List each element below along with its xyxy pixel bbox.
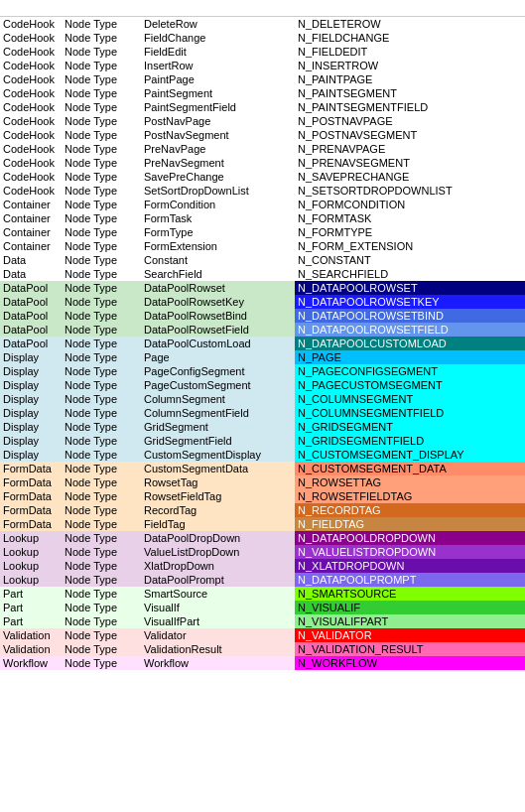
cell-constant-value: InsertRow	[141, 59, 295, 72]
cell-constant-value: VisualIf	[141, 601, 295, 614]
cell-node: N_SAVEPRECHANGE	[295, 170, 525, 184]
table-row: LookupNode TypeDataPoolPromptN_DATAPOOLP…	[0, 573, 525, 587]
table-row: FormDataNode TypeCustomSegmentDataN_CUST…	[0, 462, 525, 475]
cell-constant-type: Node Type	[62, 434, 141, 448]
table-row: ValidationNode TypeValidatorN_VALIDATOR	[0, 628, 525, 642]
cell-constant-type: Node Type	[62, 517, 141, 531]
cell-category: Lookup	[0, 545, 62, 559]
table-row: ContainerNode TypeFormExtensionN_FORM_EX…	[0, 239, 525, 253]
table-row: DisplayNode TypePageCustomSegmentN_PAGEC…	[0, 378, 525, 392]
table-row: ContainerNode TypeFormConditionN_FORMCON…	[0, 198, 525, 211]
cell-node: N_FIELDEDIT	[295, 45, 525, 59]
header-constant-value	[141, 0, 295, 17]
cell-category: DataPool	[0, 295, 62, 309]
cell-constant-type: Node Type	[62, 364, 141, 378]
table-row: PartNode TypeVisualIfPartN_VISUALIFPART	[0, 614, 525, 628]
cell-category: Container	[0, 239, 62, 253]
cell-constant-value: PaintSegmentField	[141, 100, 295, 114]
cell-category: CodeHook	[0, 59, 62, 72]
cell-constant-value: SavePreChange	[141, 170, 295, 184]
table-row: DisplayNode TypeGridSegmentFieldN_GRIDSE…	[0, 434, 525, 448]
cell-node: N_PRENAVPAGE	[295, 142, 525, 156]
table-row: CodeHookNode TypePreNavSegmentN_PRENAVSE…	[0, 156, 525, 170]
cell-node: N_DATAPOOLCUSTOMLOAD	[295, 337, 525, 350]
cell-node: N_RECORDTAG	[295, 503, 525, 517]
cell-node: N_VALIDATOR	[295, 628, 525, 642]
cell-node: N_POSTNAVPAGE	[295, 114, 525, 128]
cell-constant-type: Node Type	[62, 337, 141, 350]
cell-category: DataPool	[0, 309, 62, 323]
cell-constant-type: Node Type	[62, 503, 141, 517]
cell-category: Display	[0, 420, 62, 434]
cell-constant-value: SmartSource	[141, 587, 295, 601]
table-row: ContainerNode TypeFormTypeN_FORMTYPE	[0, 225, 525, 239]
cell-constant-type: Node Type	[62, 448, 141, 462]
cell-category: CodeHook	[0, 31, 62, 45]
cell-node: N_PAINTPAGE	[295, 72, 525, 86]
cell-constant-value: GridSegmentField	[141, 434, 295, 448]
cell-constant-value: ColumnSegment	[141, 392, 295, 406]
cell-constant-type: Node Type	[62, 142, 141, 156]
cell-constant-type: Node Type	[62, 267, 141, 281]
cell-node: N_DATAPOOLROWSETBIND	[295, 309, 525, 323]
cell-node: N_PAGE	[295, 350, 525, 364]
cell-constant-type: Node Type	[62, 420, 141, 434]
cell-constant-type: Node Type	[62, 323, 141, 337]
cell-node: N_INSERTROW	[295, 59, 525, 72]
table-row: DataPoolNode TypeDataPoolRowsetFieldN_DA…	[0, 323, 525, 337]
cell-constant-value: SetSortDropDownList	[141, 184, 295, 198]
cell-node: N_VISUALIF	[295, 601, 525, 614]
cell-constant-type: Node Type	[62, 114, 141, 128]
cell-constant-value: DataPoolPrompt	[141, 573, 295, 587]
cell-node: N_PAINTSEGMENTFIELD	[295, 100, 525, 114]
cell-constant-type: Node Type	[62, 156, 141, 170]
cell-constant-type: Node Type	[62, 406, 141, 420]
cell-node: N_VISUALIFPART	[295, 614, 525, 628]
cell-node: N_POSTNAVSEGMENT	[295, 128, 525, 142]
table-row: ContainerNode TypeFormTaskN_FORMTASK	[0, 211, 525, 225]
cell-category: Display	[0, 392, 62, 406]
cell-node: N_GRIDSEGMENTFIELD	[295, 434, 525, 448]
table-row: CodeHookNode TypePostNavSegmentN_POSTNAV…	[0, 128, 525, 142]
data-table: CodeHookNode TypeDeleteRowN_DELETEROWCod…	[0, 0, 525, 670]
cell-constant-value: DataPoolRowsetField	[141, 323, 295, 337]
cell-constant-value: DataPoolDropDown	[141, 531, 295, 545]
cell-node: N_VALIDATION_RESULT	[295, 642, 525, 656]
header-category	[0, 0, 62, 17]
cell-constant-type: Node Type	[62, 295, 141, 309]
cell-constant-type: Node Type	[62, 350, 141, 364]
cell-constant-value: CustomSegmentDisplay	[141, 448, 295, 462]
cell-category: Part	[0, 614, 62, 628]
cell-constant-type: Node Type	[62, 198, 141, 211]
table-row: DisplayNode TypeColumnSegmentFieldN_COLU…	[0, 406, 525, 420]
cell-category: CodeHook	[0, 17, 62, 32]
cell-constant-type: Node Type	[62, 170, 141, 184]
cell-category: Container	[0, 198, 62, 211]
cell-constant-type: Node Type	[62, 587, 141, 601]
cell-constant-type: Node Type	[62, 628, 141, 642]
cell-category: Container	[0, 211, 62, 225]
cell-category: Data	[0, 253, 62, 267]
table-row: DataNode TypeConstantN_CONSTANT	[0, 253, 525, 267]
cell-constant-value: CustomSegmentData	[141, 462, 295, 475]
cell-constant-value: Constant	[141, 253, 295, 267]
cell-constant-type: Node Type	[62, 378, 141, 392]
cell-constant-type: Node Type	[62, 45, 141, 59]
table-row: DisplayNode TypeColumnSegmentN_COLUMNSEG…	[0, 392, 525, 406]
cell-constant-value: Validator	[141, 628, 295, 642]
cell-category: Data	[0, 267, 62, 281]
cell-category: Lookup	[0, 573, 62, 587]
table-row: LookupNode TypeDataPoolDropDownN_DATAPOO…	[0, 531, 525, 545]
cell-constant-type: Node Type	[62, 184, 141, 198]
cell-constant-type: Node Type	[62, 545, 141, 559]
cell-node: N_ROWSETFIELDTAG	[295, 489, 525, 503]
cell-constant-type: Node Type	[62, 128, 141, 142]
cell-category: DataPool	[0, 337, 62, 350]
cell-node: N_PRENAVSEGMENT	[295, 156, 525, 170]
cell-category: CodeHook	[0, 45, 62, 59]
table-row: DataPoolNode TypeDataPoolCustomLoadN_DAT…	[0, 337, 525, 350]
cell-constant-value: RowsetFieldTag	[141, 489, 295, 503]
cell-node: N_FIELDTAG	[295, 517, 525, 531]
table-row: CodeHookNode TypePaintSegmentFieldN_PAIN…	[0, 100, 525, 114]
table-row: FormDataNode TypeRecordTagN_RECORDTAG	[0, 503, 525, 517]
